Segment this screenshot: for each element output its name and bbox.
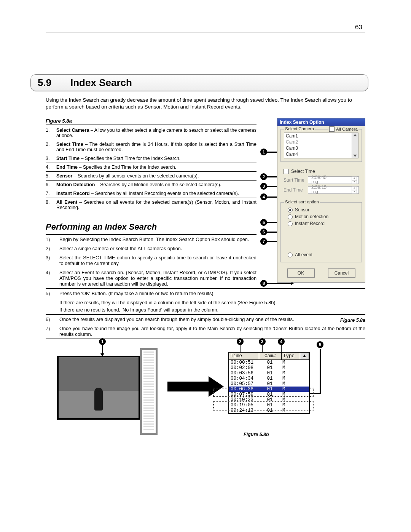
- callout-6: 6: [260, 228, 267, 235]
- radio-instant[interactable]: Instant Record: [288, 221, 358, 226]
- radio-all-event[interactable]: All event: [288, 252, 358, 257]
- section-header: 5.9 Index Search: [30, 74, 368, 91]
- select-time-checkbox[interactable]: Select Time: [284, 169, 359, 174]
- steps-1-4: 1)Begin by Selecting the Index Search Bu…: [46, 234, 256, 288]
- callout-2: 2: [260, 173, 267, 180]
- steps-5: 5)Press the 'OK' Button. (It may take a …: [46, 288, 365, 298]
- table-row[interactable]: 00:05:5701M: [229, 381, 309, 387]
- results-strip: [140, 348, 158, 435]
- intro-paragraph: Using the Index Search can greatly decre…: [46, 97, 365, 110]
- table-row[interactable]: 00:04:3401M: [229, 376, 309, 381]
- list-item[interactable]: Cam1: [286, 133, 358, 139]
- end-time-field[interactable]: End Time 2:58:15 PM▲▼: [284, 186, 359, 194]
- scrollbar[interactable]: [352, 133, 358, 158]
- radio-sensor[interactable]: Sensor: [288, 207, 358, 212]
- top-rule: [46, 32, 365, 32]
- callout-4: 4: [260, 193, 267, 200]
- video-preview: [57, 356, 140, 420]
- table-row[interactable]: 00:03:5601M: [229, 371, 309, 376]
- figure-5-8a: 1 2 3 4 5 6 7 8 Index Search Option Sele…: [263, 118, 365, 288]
- callout-7: 7: [260, 238, 267, 245]
- radio-motion[interactable]: Motion detection: [288, 214, 358, 219]
- list-item[interactable]: Cam2: [286, 139, 358, 145]
- dialog-title: Index Search Option: [277, 118, 365, 126]
- figure-caption-a: Figure 5.8a: [340, 318, 365, 323]
- figure-caption-b: Figure 5.8b: [244, 432, 269, 437]
- callout-3: 3: [260, 183, 267, 190]
- callout-8: 8: [260, 280, 267, 287]
- ok-button[interactable]: OK: [287, 268, 315, 278]
- dashed-highlight-bottom: [213, 401, 314, 411]
- definitions-list: 1.Select Camera – Allow you to either se…: [46, 126, 256, 212]
- subheading: Performing an Index Search: [46, 222, 256, 232]
- cancel-button[interactable]: Cancel: [328, 268, 355, 278]
- figure-5-8b: 1 2 3 4 5 Time Cam# Type ▲ 00:00:5101M00…: [46, 346, 365, 445]
- sort-option-group: Select sort option Sensor Motion detecti…: [280, 202, 362, 262]
- select-camera-group: Select Camera All Camera Cam1 Cam2 Cam3 …: [280, 129, 362, 162]
- section-title: Index Search: [70, 77, 132, 89]
- table-row[interactable]: 00:00:5101M: [229, 360, 309, 365]
- steps-6-7: 6)Once the results are displayed you can…: [46, 314, 365, 339]
- callout-5: 5: [260, 219, 267, 226]
- callout-1: 1: [260, 149, 267, 155]
- list-item[interactable]: Cam3: [286, 145, 358, 151]
- result-note-1: If there are results, they will be displ…: [46, 298, 365, 307]
- start-time-field[interactable]: Start Time 2:58:45 PM▲▼: [284, 176, 359, 184]
- list-item[interactable]: Cam4: [286, 151, 358, 157]
- section-number: 5.9: [38, 77, 70, 89]
- index-search-option-dialog: Index Search Option Select Camera All Ca…: [277, 118, 365, 283]
- camera-listbox[interactable]: Cam1 Cam2 Cam3 Cam4: [284, 133, 358, 158]
- table-row[interactable]: 00:02:0801M: [229, 365, 309, 371]
- figure-label-a: Figure 5.8a: [46, 118, 256, 124]
- result-note-2: If there are no results found, 'No Image…: [46, 307, 365, 314]
- page-number: 63: [355, 24, 362, 31]
- all-camera-checkbox[interactable]: All Camera: [328, 126, 358, 132]
- dashed-highlight-top: [213, 388, 314, 397]
